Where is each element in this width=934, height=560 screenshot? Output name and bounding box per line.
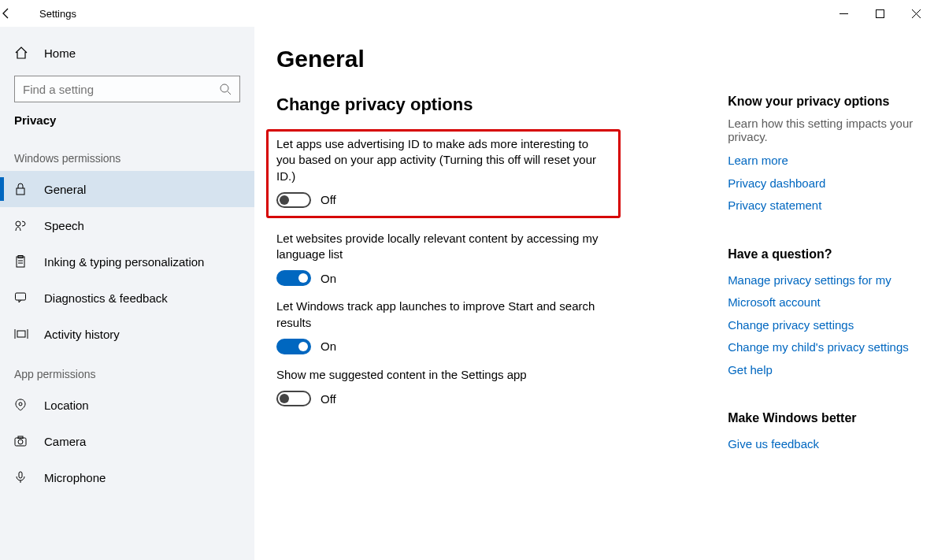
toggle-advertising-id[interactable] — [276, 192, 311, 208]
link-get-help[interactable]: Get help — [728, 359, 934, 382]
sidebar-item-label: Microphone — [44, 471, 106, 484]
home-icon — [14, 46, 30, 60]
sidebar-item-label: General — [44, 183, 86, 196]
maximize-button[interactable] — [862, 1, 898, 26]
toggle-state: Off — [321, 193, 336, 206]
activity-icon — [14, 328, 30, 340]
toggle-language-list[interactable] — [276, 270, 311, 286]
toggle-state: Off — [321, 392, 336, 406]
toggle-suggested-content[interactable] — [276, 391, 311, 406]
section-windows-permissions: Windows permissions — [0, 136, 254, 171]
toggle-state: On — [321, 339, 336, 353]
sidebar-item-activity[interactable]: Activity history — [0, 316, 254, 352]
sidebar-item-microphone[interactable]: Microphone — [0, 459, 254, 495]
page-subtitle: Change privacy options — [276, 95, 704, 115]
camera-icon — [14, 435, 30, 447]
toggle-track-launches[interactable] — [276, 339, 311, 354]
sidebar-item-camera[interactable]: Camera — [0, 423, 254, 459]
lock-icon — [14, 183, 30, 195]
sidebar-item-diagnostics[interactable]: Diagnostics & feedback — [0, 280, 254, 316]
search-field[interactable] — [23, 83, 219, 96]
close-button[interactable] — [898, 1, 934, 26]
link-privacy-dashboard[interactable]: Privacy dashboard — [728, 172, 934, 195]
sidebar-item-label: Inking & typing personalization — [44, 255, 204, 269]
link-privacy-statement[interactable]: Privacy statement — [728, 195, 934, 217]
option-label: Let apps use advertising ID to make ads … — [276, 136, 610, 184]
svg-rect-1 — [876, 9, 884, 17]
link-feedback[interactable]: Give us feedback — [728, 433, 934, 456]
search-icon — [219, 83, 232, 95]
microphone-icon — [14, 471, 30, 484]
sidebar-item-label: Location — [44, 399, 89, 412]
location-icon — [14, 399, 30, 411]
aside-block1-desc: Learn how this setting impacts your priv… — [728, 117, 934, 143]
minimize-button[interactable] — [825, 1, 862, 26]
search-input[interactable] — [14, 76, 240, 102]
aside-block2-title: Have a question? — [728, 247, 934, 261]
sidebar-item-general[interactable]: General — [0, 171, 254, 207]
option-label: Let Windows track app launches to improv… — [276, 299, 631, 331]
sidebar: Home Privacy Windows permissions General… — [0, 27, 254, 560]
svg-rect-6 — [17, 188, 24, 195]
toggle-state: On — [321, 272, 336, 285]
option-label: Let websites provide locally relevant co… — [276, 231, 631, 263]
window-title: Settings — [35, 8, 76, 20]
svg-rect-20 — [19, 472, 22, 478]
section-app-permissions: App permissions — [0, 352, 254, 387]
svg-point-18 — [18, 439, 23, 444]
sidebar-item-location[interactable]: Location — [0, 387, 254, 423]
option-suggested-content: Show me suggested content in the Setting… — [276, 367, 631, 406]
aside-block1-title: Know your privacy options — [728, 95, 934, 109]
content: General Change privacy options Let apps … — [276, 46, 704, 560]
speech-icon — [14, 219, 30, 232]
svg-point-16 — [19, 402, 22, 406]
feedback-icon — [14, 291, 30, 304]
home-link[interactable]: Home — [0, 36, 254, 69]
svg-point-4 — [221, 84, 228, 92]
svg-line-5 — [228, 91, 231, 95]
option-track-launches: Let Windows track app launches to improv… — [276, 299, 631, 354]
svg-rect-15 — [17, 331, 25, 337]
aside-block3-title: Make Windows better — [728, 411, 934, 425]
sidebar-item-inking[interactable]: Inking & typing personalization — [0, 243, 254, 280]
link-learn-more[interactable]: Learn more — [728, 150, 934, 172]
page-title: General — [276, 46, 704, 72]
sidebar-item-label: Speech — [44, 219, 84, 232]
link-child-privacy[interactable]: Change my child's privacy settings — [728, 336, 934, 359]
clipboard-icon — [14, 255, 30, 268]
titlebar: Settings — [0, 0, 934, 27]
category-label: Privacy — [0, 109, 254, 136]
sidebar-item-speech[interactable]: Speech — [0, 207, 254, 243]
sidebar-item-label: Activity history — [44, 328, 120, 341]
option-advertising-id: Let apps use advertising ID to make ads … — [266, 129, 621, 218]
aside: Know your privacy options Learn how this… — [728, 46, 934, 560]
svg-rect-19 — [18, 436, 23, 439]
option-label: Show me suggested content in the Setting… — [276, 367, 631, 383]
option-language-list: Let websites provide locally relevant co… — [276, 231, 631, 287]
sidebar-item-label: Diagnostics & feedback — [44, 291, 168, 305]
sidebar-item-label: Camera — [44, 435, 86, 448]
link-manage-privacy[interactable]: Manage privacy settings for my Microsoft… — [728, 269, 934, 314]
back-button[interactable] — [0, 7, 35, 20]
svg-rect-12 — [16, 293, 26, 300]
home-label: Home — [44, 46, 76, 60]
svg-point-7 — [16, 221, 20, 226]
link-change-privacy[interactable]: Change privacy settings — [728, 314, 934, 337]
